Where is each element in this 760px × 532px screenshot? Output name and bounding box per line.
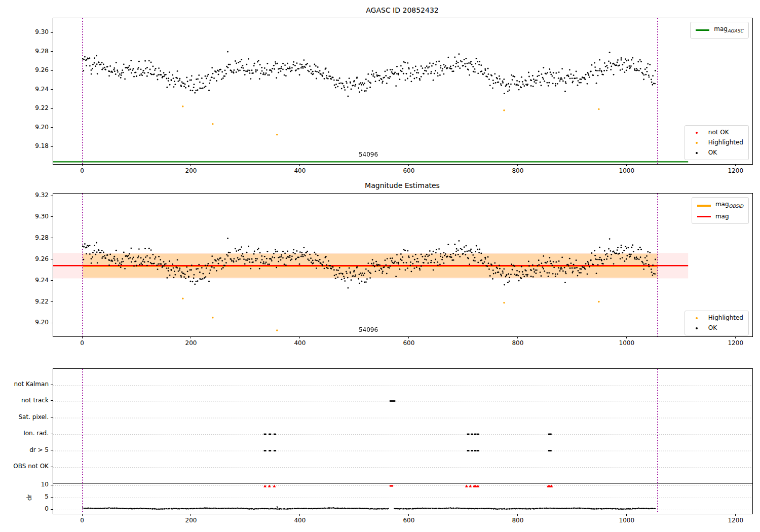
x-tick-label: 800 xyxy=(512,517,523,524)
obsid-annotation-middle: 54096 xyxy=(359,326,378,333)
category-label: Sat. pixel. xyxy=(0,413,49,421)
middle-plot-canvas xyxy=(53,194,752,336)
x-tick-label: 1200 xyxy=(728,167,743,174)
highlighted-dot-swatch xyxy=(690,142,704,144)
y-tick-label: 9.24 xyxy=(26,277,49,284)
highlighted-dot-swatch-middle xyxy=(690,317,704,319)
y-tick xyxy=(51,259,53,259)
top-plot-axes: 54096 magAGASC not OK Highlighted OK xyxy=(53,18,753,165)
x-tick-label: 800 xyxy=(512,339,523,347)
x-tick-label: 1200 xyxy=(728,339,743,347)
y-tick xyxy=(51,238,53,238)
x-tick xyxy=(735,164,736,166)
legend-row-ok: OK xyxy=(690,148,743,157)
x-tick-label: 600 xyxy=(403,167,414,174)
y-tick-label: 9.26 xyxy=(26,255,49,262)
category-tick xyxy=(51,467,53,467)
y-tick-label: 9.18 xyxy=(26,142,49,149)
y-tick xyxy=(51,32,53,33)
category-tick xyxy=(51,385,53,385)
x-tick xyxy=(82,336,83,338)
y-tick xyxy=(51,108,53,109)
y-tick-label: 9.22 xyxy=(26,104,49,111)
x-tick-label: 400 xyxy=(294,339,306,347)
x-tick-label: 800 xyxy=(512,167,523,174)
x-tick xyxy=(408,514,409,516)
y-tick xyxy=(51,196,53,196)
category-label: Ion. rad. xyxy=(0,430,49,437)
x-tick xyxy=(191,164,191,166)
legend-row-highlighted: Highlighted xyxy=(690,138,743,147)
dr-tick xyxy=(51,509,53,510)
dr-tick xyxy=(51,497,53,498)
dr-tick-label: 10 xyxy=(26,481,49,488)
category-tick xyxy=(51,434,53,434)
bottom-plot-axes xyxy=(53,368,753,514)
y-tick-label: 9.20 xyxy=(26,319,49,326)
top-plot-title: AGASC ID 20852432 xyxy=(53,6,752,14)
legend-row-ok-middle: OK xyxy=(690,324,743,332)
y-tick xyxy=(51,89,53,90)
x-tick-label: 200 xyxy=(185,339,197,347)
legend-label-highlighted-middle: Highlighted xyxy=(708,314,743,322)
x-tick xyxy=(299,164,300,166)
category-label: not track xyxy=(0,397,49,404)
x-tick xyxy=(299,336,300,338)
y-tick xyxy=(51,301,53,302)
mag-obsid-line-swatch xyxy=(697,205,711,207)
legend-row-not-ok: not OK xyxy=(690,128,743,137)
y-tick-label: 9.22 xyxy=(26,298,49,305)
x-tick-label: 0 xyxy=(80,167,84,174)
x-tick-label: 600 xyxy=(403,339,414,347)
x-tick xyxy=(408,336,409,338)
legend-row-mag-agasc: magAGASC xyxy=(696,25,743,35)
x-tick xyxy=(626,336,627,338)
y-tick xyxy=(51,323,53,323)
dr-tick-label: 5 xyxy=(26,493,49,500)
y-tick-label: 9.32 xyxy=(26,192,49,199)
x-tick xyxy=(82,164,83,166)
mag-agasc-line-swatch xyxy=(696,29,709,31)
x-tick xyxy=(408,164,409,166)
mag-line-swatch xyxy=(697,216,711,217)
legend-row-mag: mag xyxy=(697,212,743,221)
x-tick-label: 200 xyxy=(185,167,197,174)
x-tick xyxy=(517,514,518,516)
x-tick xyxy=(735,336,736,338)
y-tick xyxy=(51,127,53,128)
x-tick-label: 400 xyxy=(294,167,306,174)
x-tick xyxy=(626,514,627,516)
y-tick xyxy=(51,146,53,147)
x-tick-label: 1000 xyxy=(619,517,635,524)
category-tick xyxy=(51,417,53,417)
x-tick-label: 0 xyxy=(80,517,84,524)
y-tick-label: 9.24 xyxy=(26,86,49,93)
x-tick xyxy=(517,336,518,338)
dr-tick-label: 0 xyxy=(26,505,49,512)
ok-dot-swatch xyxy=(690,152,704,154)
x-tick xyxy=(191,514,191,516)
legend-label-ok: OK xyxy=(708,148,717,157)
y-tick-label: 9.20 xyxy=(26,124,49,131)
x-tick-label: 600 xyxy=(403,517,414,524)
figure: AGASC ID 20852432 Magnitude Estimates 54… xyxy=(0,0,760,532)
x-tick-label: 1000 xyxy=(619,167,635,174)
y-tick-label: 9.26 xyxy=(26,66,49,73)
y-tick-label: 9.28 xyxy=(26,234,49,241)
not-ok-dot-swatch xyxy=(690,132,704,134)
dr-tick xyxy=(51,485,53,485)
legend-row-mag-obsid: magOBSID xyxy=(697,200,743,211)
bottom-plot-canvas xyxy=(53,369,752,514)
y-tick-label: 9.30 xyxy=(26,213,49,220)
y-tick-label: 9.28 xyxy=(26,48,49,55)
legend-point-status: not OK Highlighted OK xyxy=(685,125,749,160)
legend-mag-agasc: magAGASC xyxy=(690,22,749,39)
middle-plot-axes: 54096 magOBSID mag Highlighted OK xyxy=(53,193,753,337)
obsid-annotation-top: 54096 xyxy=(359,151,378,158)
middle-plot-title: Magnitude Estimates xyxy=(53,181,752,189)
x-tick-label: 1000 xyxy=(619,339,635,347)
ok-dot-swatch-middle xyxy=(690,327,704,329)
category-label: dr > 5 xyxy=(0,446,49,453)
y-tick xyxy=(51,216,53,217)
legend-label-not-ok: not OK xyxy=(708,128,729,137)
